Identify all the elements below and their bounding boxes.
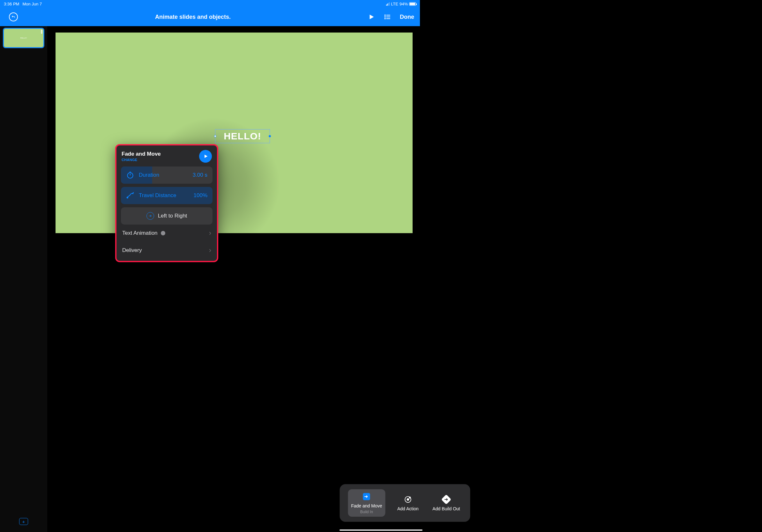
undo-button[interactable] [9, 13, 18, 21]
direction-label: Left to Right [158, 213, 187, 219]
chevron-right-icon: › [209, 229, 211, 237]
toolbar: Animate slides and objects. Done [0, 8, 420, 26]
duration-label: Duration [139, 172, 188, 178]
resize-handle-right[interactable] [269, 135, 271, 137]
text-object-hello[interactable]: HELLO! [215, 129, 270, 143]
signal-icon [386, 2, 390, 6]
canvas-holder: HELLO! Fade and Move Build In Add Action [48, 26, 420, 292]
status-carrier: LTE [391, 2, 398, 6]
popover-title: Fade and Move [121, 151, 161, 157]
svg-point-0 [385, 15, 385, 15]
play-button[interactable] [368, 13, 375, 21]
text-anim-indicator-icon [161, 231, 165, 235]
text-animation-label: Text Animation [122, 230, 158, 236]
slide-canvas[interactable]: HELLO! [55, 33, 413, 233]
stopwatch-icon [126, 171, 134, 179]
status-time: 3:36 PM [4, 2, 19, 6]
text-object-content: HELLO! [224, 131, 261, 142]
build-order-button[interactable] [384, 13, 391, 21]
slide-navigator: 1 HELLO! + [0, 26, 47, 292]
svg-point-13 [127, 197, 128, 198]
status-battery: 94% [400, 2, 408, 6]
text-animation-row[interactable]: Text Animation › [116, 225, 217, 242]
svg-point-2 [385, 17, 385, 17]
distance-value: 100% [194, 192, 207, 199]
arrow-right-icon [146, 212, 154, 220]
change-effect-button[interactable]: CHANGE [121, 158, 161, 162]
battery-icon [409, 2, 416, 6]
duration-row[interactable]: Duration 3.00 s [121, 166, 212, 184]
delivery-label: Delivery [122, 247, 142, 253]
distance-label: Travel Distance [139, 192, 189, 199]
workspace: 1 HELLO! + HELLO! Fade [0, 26, 420, 292]
animation-popover: Fade and Move CHANGE Duration 3.00 s Tra… [115, 144, 218, 262]
preview-play-button[interactable] [199, 150, 212, 163]
chevron-right-icon: › [209, 246, 211, 254]
slide-thumbnail-1[interactable]: 1 HELLO! [3, 28, 44, 48]
resize-handle-left[interactable] [214, 135, 216, 137]
done-button[interactable]: Done [400, 14, 414, 21]
thumb-build-indicator [41, 30, 42, 34]
toolbar-title: Animate slides and objects. [155, 14, 231, 21]
travel-distance-row[interactable]: Travel Distance 100% [121, 187, 212, 204]
direction-row[interactable]: Left to Right [121, 207, 212, 225]
delivery-row[interactable]: Delivery › [116, 242, 217, 259]
svg-point-10 [127, 172, 133, 178]
path-icon [126, 191, 134, 200]
svg-point-4 [385, 18, 385, 19]
status-date: Mon Jun 7 [22, 2, 42, 6]
duration-value: 3.00 s [193, 172, 207, 178]
thumb-text: HELLO! [21, 37, 27, 39]
status-bar: 3:36 PM Mon Jun 7 LTE 94% [0, 0, 420, 8]
